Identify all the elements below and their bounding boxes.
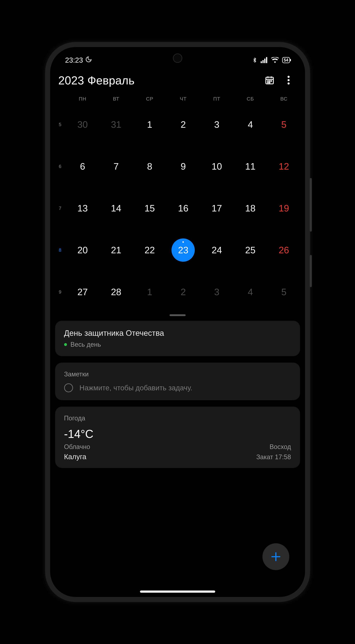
day-cell[interactable]: 2 [166,280,200,304]
day-number: 2 [172,280,195,304]
svg-rect-1 [262,60,264,63]
day-number: 21 [105,238,128,262]
notes-card: Заметки Нажмите, чтобы добавить задачу. [55,362,300,400]
day-number: 7 [105,155,128,178]
svg-point-13 [287,76,290,78]
day-number: 4 [239,280,262,304]
day-number: 22 [138,238,161,262]
weather-condition: Облачно [64,443,90,450]
day-number: 5 [272,280,295,304]
add-event-fab[interactable] [262,543,289,570]
day-cell[interactable]: 4 [234,280,267,304]
day-number: 3 [205,280,228,304]
svg-point-9 [269,80,270,82]
weekday-label: ВТ [99,96,133,102]
day-cell[interactable]: 12 [267,155,300,178]
notes-heading: Заметки [64,370,291,378]
screen: 23:23 54 2023 [50,47,305,597]
task-checkbox-icon[interactable] [64,383,73,392]
more-icon[interactable] [287,75,290,86]
day-cell[interactable]: 27 [66,280,99,304]
day-cell[interactable]: 3 [200,280,233,304]
calendar-week-row: 9272812345 [55,271,301,313]
phone-frame: 23:23 54 2023 [45,42,310,602]
day-cell[interactable]: 25 [234,238,267,262]
day-number: 1 [138,113,161,136]
day-number: 23 [172,238,195,262]
calendar-week-row: 66789101112 [55,146,301,187]
day-cell[interactable]: 2 [166,113,200,136]
weekday-label: СБ [234,96,267,102]
day-cell[interactable]: 22 [133,238,166,262]
day-number: 15 [138,196,161,220]
app-header: 2023 Февраль [55,67,301,91]
add-task-row[interactable]: Нажмите, чтобы добавить задачу. [64,383,291,392]
day-number: 12 [272,155,295,178]
calendar-week-row: 5303112345 [55,104,301,146]
day-cell[interactable]: 17 [200,196,233,220]
day-number: 31 [105,113,128,136]
day-cell[interactable]: 1 [133,113,166,136]
battery-percent: 54 [284,58,288,62]
day-cell[interactable]: 30 [66,113,99,136]
day-cell[interactable]: 18 [234,196,267,220]
day-number: 24 [205,238,228,262]
day-cell[interactable]: 13 [66,196,99,220]
day-number: 30 [71,113,94,136]
day-cell[interactable]: 10 [200,155,233,178]
day-cell[interactable]: 21 [99,238,133,262]
weather-temperature: -14°C [64,427,291,440]
day-cell[interactable]: 7 [99,155,133,178]
day-number: 27 [71,280,94,304]
weather-card[interactable]: Погода -14°C Облачно Восход Калуга Закат… [55,406,300,468]
day-number: 3 [205,113,228,136]
day-cell[interactable]: 9 [166,155,200,178]
weather-heading: Погода [64,414,291,422]
week-number: 8 [55,248,66,253]
day-cell[interactable]: 3 [200,113,233,136]
plus-icon [270,551,282,562]
weekday-header: . ПН ВТ СР ЧТ ПТ СБ ВС [55,91,301,104]
day-number: 1 [138,280,161,304]
day-cell[interactable]: 23 [166,238,200,262]
day-number: 13 [71,196,94,220]
day-cell[interactable]: 6 [66,155,99,178]
day-cell[interactable]: 28 [99,280,133,304]
day-cell[interactable]: 4 [234,113,267,136]
day-cell[interactable]: 1 [133,280,166,304]
volume-button[interactable] [310,178,312,232]
signal-icon [261,57,268,63]
weekday-label: ПН [66,96,99,102]
svg-point-10 [271,80,272,82]
svg-point-15 [287,82,290,84]
day-cell[interactable]: 15 [133,196,166,220]
day-cell[interactable]: 5 [267,113,300,136]
day-cell[interactable]: 16 [166,196,200,220]
day-cell[interactable]: 11 [234,155,267,178]
weather-sunset: Закат 17:58 [256,453,291,461]
day-cell[interactable]: 31 [99,113,133,136]
moon-icon [85,56,92,64]
sheet-handle[interactable] [170,314,186,316]
day-cell[interactable]: 26 [267,238,300,262]
weekday-label: ЧТ [166,96,200,102]
day-number: 26 [272,238,295,262]
wifi-icon [271,57,279,63]
day-cell[interactable]: 20 [66,238,99,262]
event-card[interactable]: День защитника Отечества Весь день [55,321,300,356]
nav-indicator[interactable] [140,590,215,593]
day-cell[interactable]: 24 [200,238,233,262]
calendar-grid: 5303112345667891011127131415161718198202… [55,104,301,313]
day-cell[interactable]: 14 [99,196,133,220]
day-cell[interactable]: 8 [133,155,166,178]
weather-city: Калуга [64,453,87,461]
today-icon[interactable] [265,75,275,86]
power-button[interactable] [310,255,312,287]
day-cell[interactable]: 5 [267,280,300,304]
day-number: 25 [239,238,262,262]
svg-point-12 [269,82,270,83]
day-number: 8 [138,155,161,178]
month-year-title[interactable]: 2023 Февраль [58,74,135,87]
day-cell[interactable]: 19 [267,196,300,220]
svg-rect-0 [261,61,262,63]
